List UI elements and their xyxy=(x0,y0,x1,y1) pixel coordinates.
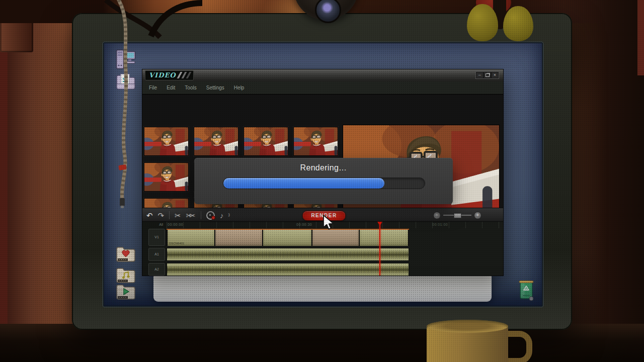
app-title: VIDEO xyxy=(149,71,176,79)
menu-help[interactable]: Help xyxy=(234,85,245,90)
audio-note-icon[interactable]: ♪ xyxy=(220,212,224,219)
close-button[interactable]: × xyxy=(492,72,498,78)
video-thumbnail[interactable] xyxy=(293,127,338,156)
recycle-bin-icon[interactable] xyxy=(517,279,535,302)
door-frame xyxy=(0,0,8,362)
tracks-all-label: All xyxy=(159,223,163,226)
figurine-foot-right xyxy=(503,6,533,41)
background-window[interactable] xyxy=(153,273,492,302)
menu-tools[interactable]: Tools xyxy=(185,85,196,90)
menu-file[interactable]: File xyxy=(149,85,157,90)
rendering-dialog-title: Rendering… xyxy=(194,163,453,172)
audio-clip-a1[interactable] xyxy=(167,248,409,261)
track-label-column: All V1 A1 A2 xyxy=(142,222,167,276)
minimize-button[interactable]: – xyxy=(476,72,483,78)
zoom-slider-handle[interactable] xyxy=(454,213,461,218)
clip-filename: DSCN6401 xyxy=(169,242,184,245)
zoom-slider[interactable] xyxy=(443,215,471,216)
video-clip[interactable] xyxy=(215,230,263,246)
zoom-out-button[interactable]: − xyxy=(433,212,441,219)
audio-clip-a2[interactable] xyxy=(167,263,409,276)
downloads-folder-icon[interactable] xyxy=(116,73,136,92)
video-thumbnail[interactable] xyxy=(244,127,288,156)
video-clip[interactable]: DSCN6401 xyxy=(167,230,215,246)
logo-stripe xyxy=(186,72,191,78)
video-thumbnail[interactable] xyxy=(144,127,189,156)
restore-button[interactable] xyxy=(484,72,491,78)
track-label-a2: A2 xyxy=(148,263,165,276)
favorites-folder-icon[interactable] xyxy=(116,246,136,264)
toolbar-divider xyxy=(201,211,201,219)
timecode: 00:00:00 xyxy=(168,223,183,226)
restore-icon xyxy=(486,73,490,77)
render-progress-fill xyxy=(223,178,384,189)
multi-cut-icon[interactable]: ✂✂ xyxy=(186,212,193,219)
video-clip[interactable] xyxy=(312,230,360,246)
title-bar[interactable]: VIDEO – × xyxy=(142,69,503,82)
app-logo: VIDEO xyxy=(145,70,194,80)
track-label-v1: V1 xyxy=(148,229,165,246)
videos-folder-icon[interactable] xyxy=(116,284,136,302)
music-folder-icon[interactable] xyxy=(116,267,136,285)
timecode: 00:00:30 xyxy=(296,223,312,226)
cut-icon[interactable]: ✂ xyxy=(175,212,181,219)
my-computer-icon[interactable] xyxy=(116,49,136,72)
video-clip[interactable] xyxy=(263,230,312,246)
mug-rim xyxy=(427,320,508,333)
render-progress-bar xyxy=(223,177,425,189)
door-frame-right xyxy=(637,0,644,75)
timecode: 00:01:00 xyxy=(432,223,448,226)
redo-icon[interactable]: ↷ xyxy=(158,212,165,219)
undo-icon[interactable]: ↶ xyxy=(146,212,153,219)
menu-bar: File Edit Tools Settings Help xyxy=(142,81,503,95)
video-clip[interactable] xyxy=(360,230,409,246)
room-wall-right xyxy=(564,0,644,362)
effects-reel-icon[interactable] xyxy=(206,211,215,220)
video-track-v1: DSCN6401 xyxy=(167,229,409,246)
game-scene: VIDEO – × File Edit Tools Settings Help xyxy=(0,0,644,362)
zoom-in-button[interactable]: + xyxy=(474,212,481,219)
menu-settings[interactable]: Settings xyxy=(206,85,224,90)
toolbar-divider xyxy=(169,211,170,219)
video-editor-window: VIDEO – × File Edit Tools Settings Help xyxy=(142,69,504,276)
video-thumbnail[interactable] xyxy=(194,127,238,156)
track-label-a1: A1 xyxy=(148,248,165,261)
video-thumbnail[interactable] xyxy=(144,162,189,192)
playhead-line xyxy=(379,223,380,276)
timeline-zoom-control: − + xyxy=(433,211,481,219)
window-controls: – × xyxy=(475,71,499,79)
mouse-cursor xyxy=(323,215,337,232)
figurine-foot-left xyxy=(467,4,498,41)
screen-desktop: VIDEO – × File Edit Tools Settings Help xyxy=(103,42,543,307)
menu-edit[interactable]: Edit xyxy=(167,85,175,90)
rendering-dialog: Rendering… xyxy=(194,158,453,204)
